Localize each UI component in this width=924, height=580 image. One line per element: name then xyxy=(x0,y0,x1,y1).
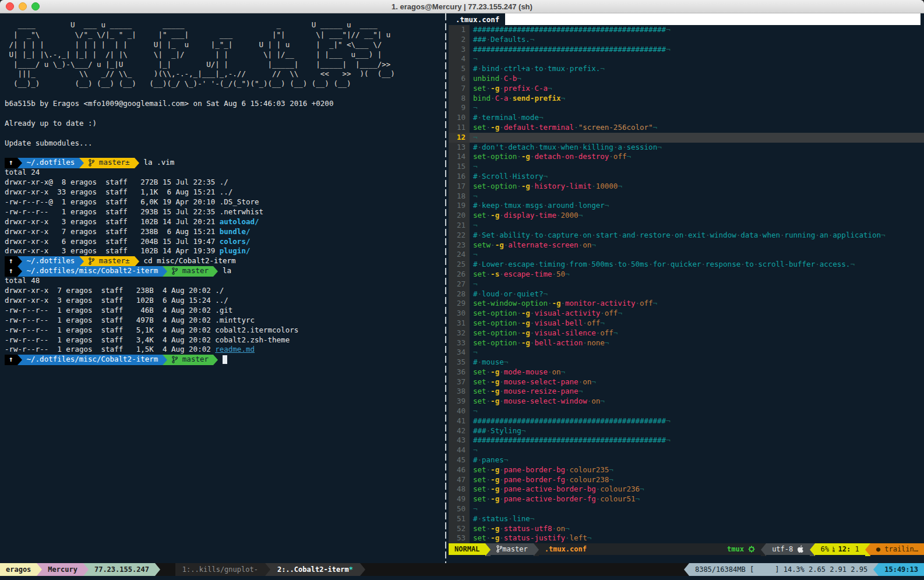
vim-line-text: set·-g·prefix·C-a¬ xyxy=(470,84,924,94)
prompt-branch-segment: master xyxy=(167,266,213,277)
powerline-separator xyxy=(213,355,218,365)
pane-divider[interactable] xyxy=(443,13,449,563)
file-meta: -rw-r--r-- 1 eragos staff 293B 15 Jul 22… xyxy=(5,207,220,216)
prompt-arrow-segment: ↑ xyxy=(5,266,17,277)
ascii-art-line: ____ U ___ u _____ _____ _ U _____ u ___… xyxy=(5,20,443,30)
vim-line: 53set·-g·status-justify·left¬ xyxy=(449,533,924,543)
tmux-status-bar: eragos Mercury 77.23.155.247 1:..kills/g… xyxy=(0,563,924,576)
vim-line: 49set·-g·pane-active-border-fg·colour51¬ xyxy=(449,494,924,504)
file-name: .git xyxy=(215,306,232,314)
tmux-system-stats: 8385/16384MB [ ] 14.3% 2.65 2.91 2.95 xyxy=(689,563,873,576)
file-row: drwxr-xr-x 7 eragos staff 238B 6 Aug 15:… xyxy=(5,227,443,237)
file-name: plugin/ xyxy=(220,246,251,255)
vim-line: 16#·Scroll·History¬ xyxy=(449,172,924,182)
tmux-panes: ____ U ___ u _____ _____ _ U _____ u ___… xyxy=(0,13,924,563)
file-meta: drwxr-xr-x 3 eragos staff 102B 6 Aug 15:… xyxy=(5,296,215,305)
window-list-gap xyxy=(160,563,175,576)
git-branch-icon xyxy=(496,545,502,553)
vim-line: 2###·Defaults.¬ xyxy=(449,35,924,45)
vim-line-text: ¬ xyxy=(470,192,924,201)
line-number: 38 xyxy=(449,387,470,397)
window-title: 1. eragos@Mercury | 77.23.155.247 (sh) xyxy=(0,2,924,11)
file-row: drwxr-xr-x 7 eragos staff 238B 4 Aug 20:… xyxy=(5,286,443,296)
vim-line-text: ¬ xyxy=(470,133,924,143)
line-number: 49 xyxy=(449,494,470,504)
file-meta: drwxr-xr-x@ 8 eragos staff 272B 15 Jul 2… xyxy=(5,178,220,186)
powerline-separator xyxy=(135,256,139,267)
file-meta: drwxr-xr-x 7 eragos staff 238B 6 Aug 15:… xyxy=(5,227,220,236)
ascii-art-line: | _"\ \/"_ \/|_ " _| |" ___| ___ |"| \| … xyxy=(5,30,443,40)
powerline-separator xyxy=(265,563,270,576)
line-number: 15 xyxy=(449,162,470,172)
powerline-separator xyxy=(485,543,491,556)
powerline-separator xyxy=(79,256,84,267)
powerline-separator xyxy=(17,256,22,267)
vim-line: 40¬ xyxy=(449,406,924,416)
powerline-separator xyxy=(135,158,139,168)
file-name: cobalt2.zsh-theme xyxy=(215,335,290,344)
arrow-up-icon: ↑ xyxy=(9,256,13,266)
vim-line: 35#·mouse¬ xyxy=(449,358,924,367)
vim-line-text: #·terminal·mode¬ xyxy=(470,113,924,123)
line-number: 41 xyxy=(449,416,470,426)
powerline-separator xyxy=(83,563,89,576)
apple-icon xyxy=(798,545,804,553)
vim-line-text: set-window-option·-g·monitor-activity·of… xyxy=(470,299,924,309)
vim-line: 19#·keep·tmux·msgs·around·longer¬ xyxy=(449,201,924,211)
prompt-path-segment: ~/.dotfiles xyxy=(22,158,80,168)
vim-line: 51#·status·line¬ xyxy=(449,514,924,524)
line-number: 28 xyxy=(449,289,470,299)
file-name: ./ xyxy=(220,178,228,186)
file-name: autoload/ xyxy=(220,217,259,226)
vim-line: 45#·panes¬ xyxy=(449,455,924,465)
vim-line-text: set·-g·mode-mouse·on¬ xyxy=(470,367,924,377)
vim-line: 42###·Styling¬ xyxy=(449,426,924,436)
vim-buffer[interactable]: 1#######################################… xyxy=(449,25,924,543)
command-text: cd misc/Cobalt2-iterm xyxy=(144,256,236,266)
file-meta: drwxr-xr-x 3 eragos staff 102B 14 Apr 19… xyxy=(5,246,220,255)
vim-line: 6unbind·C-b¬ xyxy=(449,74,924,84)
blank-line xyxy=(5,109,443,119)
tmux-window-1[interactable]: 1:..kills/gnuplot- xyxy=(175,563,265,576)
branch-label: master± xyxy=(99,256,130,266)
vim-line-text: set·-g·display-time·2000¬ xyxy=(470,211,924,221)
line-number: 44 xyxy=(449,445,470,455)
vim-line: 41######################################… xyxy=(449,416,924,426)
vim-tabline: .tmux.conf xyxy=(449,13,924,25)
powerline-separator xyxy=(163,355,167,365)
vim-line-text: ########################################… xyxy=(470,416,924,426)
powerline-separator xyxy=(761,543,766,556)
shell-pane[interactable]: ____ U ___ u _____ _____ _ U _____ u ___… xyxy=(0,13,443,563)
vim-line-text: set·-g·pane-active-border-fg·colour51¬ xyxy=(470,494,924,504)
vim-line-text: ¬ xyxy=(470,280,924,289)
file-meta: drwxr-xr-x 6 eragos staff 204B 15 Jul 19… xyxy=(5,237,220,246)
statusline-tmux-plugin: tmux xyxy=(721,543,761,555)
line-number: 23 xyxy=(449,241,470,250)
vim-pane[interactable]: .tmux.conf 1############################… xyxy=(449,13,924,563)
load-gauge: [ ] xyxy=(750,565,780,574)
output-line: Already up to date :) xyxy=(5,119,443,129)
line-number: 4 xyxy=(449,54,470,64)
tabline-fill xyxy=(505,13,921,25)
vim-line: 27¬ xyxy=(449,280,924,289)
line-number: 51 xyxy=(449,514,470,524)
prompt-arrow-segment: ↑ xyxy=(5,256,17,267)
vim-line-text: #·Set·ability·to·capture·on·start·and·re… xyxy=(470,231,924,241)
file-row: drwxr-xr-x 6 eragos staff 204B 15 Jul 19… xyxy=(5,237,443,247)
tab-tmux-conf[interactable]: .tmux.conf xyxy=(449,13,505,25)
vim-line-text: bind·C-a·send-prefix¬ xyxy=(470,94,924,104)
vim-line: 52set·-g·status-utf8·on¬ xyxy=(449,524,924,534)
blank-line xyxy=(5,89,443,99)
tmux-window-2[interactable]: 2:..Cobalt2-iterm* xyxy=(270,563,360,576)
vim-line: 48set·-g·pane-active-border-bg·colour236… xyxy=(449,484,924,494)
branch-label: master xyxy=(182,266,209,276)
line-number: 32 xyxy=(449,328,470,338)
vim-line: 24¬ xyxy=(449,250,924,260)
line-number: 48 xyxy=(449,484,470,494)
vim-line-text: ¬ xyxy=(470,162,924,172)
tmux-hostname: Mercury xyxy=(42,563,83,576)
titlebar[interactable]: 1. eragos@Mercury | 77.23.155.247 (sh) xyxy=(0,0,924,13)
ascii-art-line: /| | | | | | | | | | U| |_ u |_"_| U | |… xyxy=(5,40,443,50)
ascii-art-line: U| |_| |\.-,_| |_| | /| |\ \| _|/ | | \|… xyxy=(5,50,443,60)
vim-statusline: NORMAL master .tmux.conf tmux utf-8 6%LN… xyxy=(449,543,924,555)
